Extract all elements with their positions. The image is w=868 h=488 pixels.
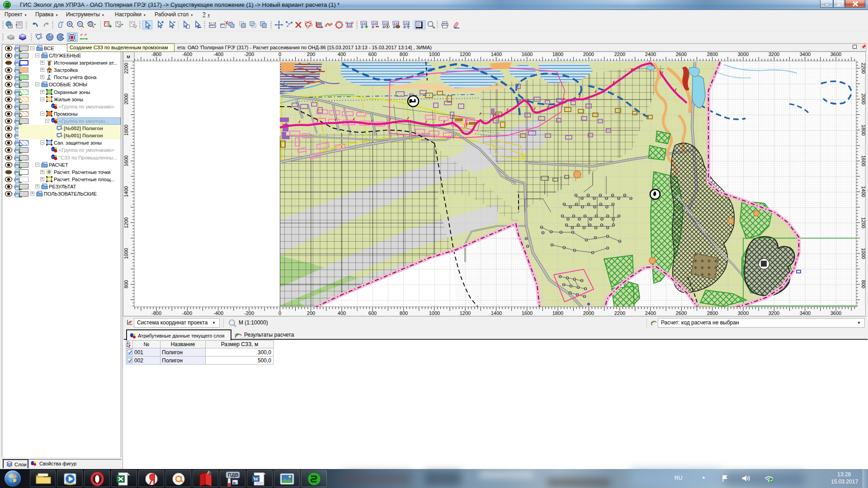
svg-text:W: W: [253, 476, 259, 482]
svg-text:0: 0: [278, 310, 281, 316]
svg-text:400: 400: [338, 310, 346, 316]
svg-text:P: P: [80, 33, 83, 37]
svg-text:-600: -600: [182, 310, 192, 316]
svg-text:txt: txt: [404, 22, 410, 25]
svg-text:0: 0: [278, 52, 281, 57]
svg-text:200: 200: [307, 310, 315, 316]
svg-text:3400: 3400: [800, 52, 811, 57]
svg-text:2000: 2000: [861, 94, 866, 104]
svg-text:txt: txt: [394, 22, 400, 25]
svg-text:3000: 3000: [738, 310, 749, 316]
svg-text:3200: 3200: [769, 310, 779, 316]
svg-text:1800: 1800: [123, 125, 129, 136]
svg-text:2600: 2600: [676, 52, 687, 57]
svg-text:2800: 2800: [707, 310, 718, 316]
svg-text:txt: txt: [362, 22, 368, 25]
svg-text:-200: -200: [244, 52, 254, 57]
svg-text:1800: 1800: [552, 310, 563, 316]
svg-text:2400: 2400: [645, 52, 656, 57]
svg-text:-400: -400: [213, 310, 223, 316]
svg-text:2200: 2200: [861, 63, 866, 74]
svg-text:2200: 2200: [614, 52, 625, 57]
svg-text:1200: 1200: [460, 52, 471, 57]
svg-text:2600: 2600: [676, 310, 687, 316]
svg-text:800: 800: [400, 52, 408, 57]
svg-text:800: 800: [861, 280, 866, 288]
svg-text:ПДВ: ПДВ: [228, 472, 239, 478]
svg-text:-200: -200: [244, 310, 254, 316]
svg-text:1600: 1600: [123, 155, 129, 166]
svg-text:800: 800: [123, 280, 129, 288]
svg-text:г: г: [52, 104, 54, 108]
svg-text:800: 800: [400, 310, 408, 316]
svg-text:1200: 1200: [123, 217, 129, 228]
svg-text:2000: 2000: [583, 52, 594, 57]
svg-text:г: г: [52, 148, 54, 151]
svg-text:2400: 2400: [645, 310, 656, 316]
svg-text:2200: 2200: [123, 63, 129, 74]
svg-text:1600: 1600: [861, 155, 866, 166]
svg-text:2000: 2000: [583, 310, 594, 316]
svg-text:1800: 1800: [552, 52, 563, 57]
svg-text:г: г: [52, 119, 54, 122]
svg-text:2000: 2000: [123, 94, 129, 104]
svg-text:1000: 1000: [861, 248, 866, 259]
svg-text:600: 600: [368, 52, 377, 57]
svg-text:txt: txt: [373, 22, 378, 25]
svg-text:1000: 1000: [123, 248, 129, 259]
svg-text:1800: 1800: [861, 125, 866, 136]
svg-text:1400: 1400: [123, 186, 129, 197]
svg-text:1000: 1000: [429, 310, 440, 316]
svg-text:2800: 2800: [707, 52, 718, 57]
svg-text:3400: 3400: [800, 310, 811, 316]
svg-text:-600: -600: [182, 52, 192, 57]
svg-text:г: г: [52, 155, 54, 159]
svg-text:1600: 1600: [522, 52, 533, 57]
svg-text:3000: 3000: [738, 52, 749, 57]
svg-text:-400: -400: [213, 52, 223, 57]
svg-text:400: 400: [338, 52, 346, 57]
svg-text:-800: -800: [151, 52, 161, 57]
svg-text:м: м: [127, 54, 130, 59]
svg-text:-800: -800: [151, 310, 161, 316]
svg-text:P: P: [85, 33, 87, 37]
svg-text:1600: 1600: [522, 310, 533, 316]
svg-text:1200: 1200: [460, 310, 471, 316]
svg-text:3600: 3600: [830, 52, 841, 57]
svg-text:3200: 3200: [769, 52, 779, 57]
svg-text:1400: 1400: [491, 52, 502, 57]
svg-text:1200: 1200: [861, 217, 866, 228]
svg-text:txt: txt: [383, 22, 389, 25]
svg-text:1400: 1400: [491, 310, 502, 316]
svg-text:1000: 1000: [429, 52, 440, 57]
svg-text:1400: 1400: [861, 186, 866, 197]
svg-text:600: 600: [368, 310, 377, 316]
svg-text:2200: 2200: [614, 310, 625, 316]
svg-text:200: 200: [307, 52, 315, 57]
svg-text:3600: 3600: [830, 310, 841, 316]
